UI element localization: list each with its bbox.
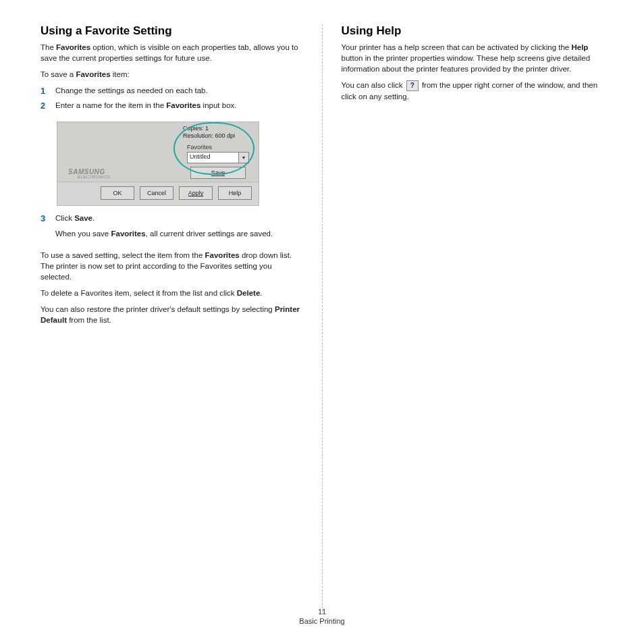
restore-para: You can also restore the printer driver'…	[41, 304, 303, 325]
dialog-body: Copies: 1 Resolution: 600 dpi Favorites …	[57, 122, 259, 182]
heading-help: Using Help	[342, 24, 604, 38]
step-2: 2 Enter a name for the item in the Favor…	[41, 100, 303, 115]
dialog-info: Copies: 1 Resolution: 600 dpi	[183, 125, 249, 140]
page-footer: 11 Basic Printing	[0, 608, 644, 625]
left-column: Using a Favorite Setting The Favorites o…	[41, 24, 322, 612]
ok-button[interactable]: OK	[101, 186, 134, 200]
favorites-combo[interactable]: Untitled ▼	[187, 152, 249, 163]
page-number: 11	[0, 608, 644, 616]
resolution-label: Resolution: 600 dpi	[183, 132, 249, 140]
intro-para: The Favorites option, which is visible o…	[41, 42, 303, 63]
apply-button[interactable]: Apply	[179, 186, 213, 200]
copies-label: Copies: 1	[183, 125, 249, 132]
to-save-line: To save a Favorites item:	[41, 69, 303, 80]
step-number: 1	[41, 85, 45, 97]
dialog-button-row: OK Cancel Apply Help	[57, 182, 259, 205]
to-delete-para: To delete a Favorites item, select it fr…	[41, 288, 303, 298]
step-1: 1 Change the settings as needed on each …	[41, 85, 303, 100]
dialog-screenshot: Copies: 1 Resolution: 600 dpi Favorites …	[57, 122, 259, 206]
right-column: Using Help Your printer has a help scree…	[323, 24, 604, 612]
step-number: 2	[41, 100, 45, 112]
steps-1-2: 1 Change the settings as needed on each …	[41, 85, 303, 115]
question-icon: ?	[406, 80, 419, 91]
favorites-combo-value: Untitled	[188, 153, 238, 163]
help-para-1: Your printer has a help screen that can …	[342, 42, 604, 74]
chevron-down-icon[interactable]: ▼	[238, 153, 248, 163]
save-button[interactable]: Save	[190, 167, 246, 179]
brand-logo: SAMSUNG ELECTRONICS	[68, 168, 110, 179]
cancel-button[interactable]: Cancel	[140, 186, 173, 200]
help-button[interactable]: Help	[218, 186, 252, 200]
favorites-group: Favorites Untitled ▼ Save	[187, 144, 249, 179]
step-number: 3	[41, 213, 45, 225]
heading-favorite: Using a Favorite Setting	[41, 24, 303, 38]
step-3-list: 3 Click Save. When you save Favorites, a…	[41, 213, 303, 242]
section-title: Basic Printing	[0, 617, 644, 625]
page-body: Using a Favorite Setting The Favorites o…	[0, 0, 644, 612]
step-3: 3 Click Save. When you save Favorites, a…	[41, 213, 303, 242]
to-use-para: To use a saved setting, select the item …	[41, 250, 303, 282]
favorites-group-label: Favorites	[187, 144, 249, 151]
help-para-2: You can also click ? from the upper righ…	[342, 80, 604, 102]
